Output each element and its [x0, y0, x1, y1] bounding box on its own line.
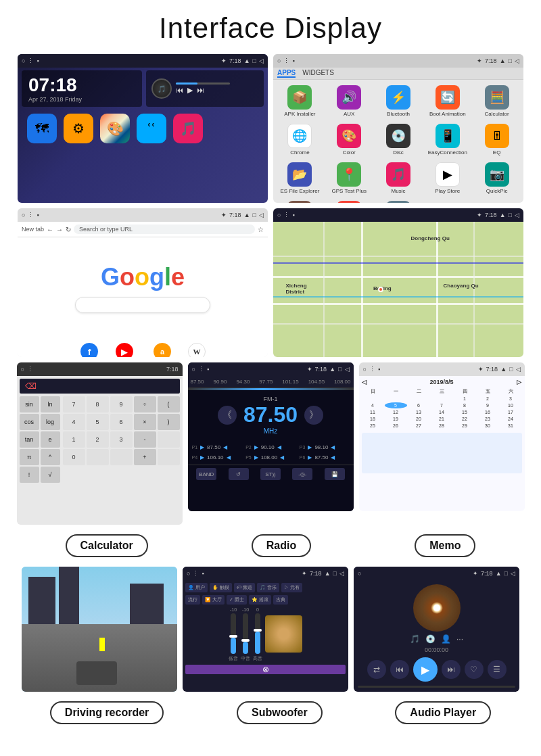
- cal-day-26[interactable]: 26: [385, 423, 407, 429]
- radio-preset-p4[interactable]: P4 ▶ 106.10 ◀: [191, 453, 243, 462]
- sub-tab-check[interactable]: ✓ 爵士: [227, 595, 247, 605]
- app-eq[interactable]: 🎚 EQ: [473, 121, 521, 158]
- calc-pow-btn[interactable]: ^: [41, 449, 60, 465]
- app-boot[interactable]: 🔄 Boot Animation: [423, 82, 471, 120]
- calc-exclaim-btn[interactable]: !: [20, 467, 39, 483]
- calc-pi-btn[interactable]: π: [20, 449, 39, 465]
- calc-2-btn[interactable]: 2: [87, 431, 109, 448]
- cal-day-22[interactable]: 22: [454, 416, 476, 422]
- radio-prev-btn[interactable]: 《: [218, 406, 237, 425]
- sub-bass-track[interactable]: [231, 613, 236, 654]
- app-easyconn[interactable]: 📱 EasyConnection: [423, 121, 471, 158]
- cal-day-2[interactable]: 2: [477, 396, 499, 402]
- home-app-maps[interactable]: 🗺: [27, 114, 57, 143]
- home-app-bt[interactable]: ʿʿ: [137, 114, 166, 143]
- cal-day-20[interactable]: 20: [408, 416, 430, 422]
- cal-day-24[interactable]: 24: [500, 416, 522, 422]
- calc-3-btn[interactable]: 3: [110, 431, 133, 448]
- audio-heart-btn[interactable]: ♡: [465, 660, 484, 679]
- music-next-icon[interactable]: ⏭: [197, 86, 204, 95]
- radio-preset-p3[interactable]: P3 ▶ 98.10 ◀: [298, 443, 351, 452]
- shortcut-youtube[interactable]: ▶ YouTubeom, Online...: [111, 343, 138, 357]
- sub-mid-track[interactable]: [243, 613, 248, 654]
- app-quickpic[interactable]: 📷 QuickPic: [473, 160, 521, 197]
- calc-sin-btn[interactable]: sin: [20, 396, 39, 412]
- cal-day-29[interactable]: 29: [454, 423, 476, 429]
- app-recorder[interactable]: 🎙 Recorder: [325, 198, 373, 203]
- radio-preset-p1[interactable]: P1 ▶ 87.50 ◀: [191, 443, 243, 452]
- cal-day-5-highlight[interactable]: 5: [385, 402, 407, 408]
- calc-sqrt-btn[interactable]: √: [41, 467, 60, 483]
- app-color[interactable]: 🎨 Color: [325, 121, 373, 158]
- google-search-bar[interactable]: [75, 297, 210, 313]
- browser-bookmark-icon[interactable]: ☆: [258, 226, 264, 233]
- sub-tab-more[interactable]: ▷ 元有: [281, 583, 302, 592]
- sub-tab-classic[interactable]: 古典: [273, 595, 288, 605]
- music-play-icon[interactable]: ▶: [187, 86, 193, 95]
- cal-day-1[interactable]: 1: [454, 396, 476, 402]
- cal-day-12[interactable]: 12: [385, 409, 407, 415]
- cal-next-btn[interactable]: ▷: [517, 379, 521, 385]
- app-playstore[interactable]: ▶ Play Store: [423, 160, 471, 197]
- radio-band-btn[interactable]: BAND: [196, 468, 216, 480]
- audio-next-btn[interactable]: ⏭: [442, 660, 461, 679]
- calc-add-btn[interactable]: +: [134, 449, 156, 465]
- app-esfile[interactable]: 📂 ES File Explorer: [276, 160, 324, 197]
- cal-day-17[interactable]: 17: [500, 409, 522, 415]
- app-chrome[interactable]: 🌐 Chrome: [276, 121, 324, 158]
- calc-0-btn[interactable]: 0: [63, 449, 85, 465]
- app-aux[interactable]: 🔊 AUX: [325, 82, 373, 120]
- radio-stereo-btn[interactable]: ST)): [260, 468, 281, 480]
- calc-1-btn[interactable]: 1: [63, 431, 85, 448]
- cal-day-14[interactable]: 14: [431, 409, 453, 415]
- cal-day-25[interactable]: 25: [362, 423, 384, 429]
- music-prev-icon[interactable]: ⏮: [176, 86, 183, 95]
- cal-day-30[interactable]: 30: [477, 423, 499, 429]
- calc-tan-btn[interactable]: tan: [20, 431, 39, 448]
- radio-save-btn[interactable]: 💾: [325, 468, 345, 480]
- cal-day-18[interactable]: 18: [362, 416, 384, 422]
- home-app-color[interactable]: 🎨: [100, 114, 130, 143]
- sub-treble-track[interactable]: [255, 613, 260, 654]
- radio-preset-p5[interactable]: P5 ▶ 108.00 ◀: [244, 453, 297, 462]
- app-radio[interactable]: 📻 Radio: [276, 198, 324, 203]
- sub-link-icon[interactable]: ⊗: [262, 665, 269, 674]
- sub-treble-handle[interactable]: [254, 629, 262, 632]
- calc-rparen-btn[interactable]: ): [158, 414, 180, 430]
- calc-cos-btn[interactable]: cos: [20, 414, 39, 430]
- app-apk[interactable]: 📦 APK Installer: [276, 82, 324, 120]
- calc-sub-btn[interactable]: -: [134, 431, 156, 448]
- app-calculator[interactable]: 🧮 Calculator: [473, 82, 521, 120]
- app-bluetooth[interactable]: ⚡ Bluetooth: [375, 82, 423, 120]
- sub-tab-eq[interactable]: 🏷 频道: [234, 583, 255, 592]
- shortcut-wikipedia[interactable]: W Wikipediathe free...: [187, 343, 207, 357]
- shortcut-amazon[interactable]: a Amazon.com, Online...: [149, 343, 176, 357]
- audio-shuffle-btn[interactable]: ⇄: [367, 660, 386, 679]
- home-app-settings[interactable]: ⚙: [64, 114, 93, 143]
- cal-day-15[interactable]: 15: [454, 409, 476, 415]
- audio-prev-btn[interactable]: ⏮: [390, 660, 409, 679]
- calc-7-btn[interactable]: 7: [63, 396, 85, 412]
- sub-tab-music[interactable]: 🎵 音乐: [257, 583, 279, 592]
- sub-bass-handle[interactable]: [229, 635, 237, 638]
- calc-4-btn[interactable]: 4: [63, 414, 85, 430]
- widgets-tab[interactable]: WIDGETS: [302, 69, 334, 78]
- cal-day-21[interactable]: 21: [431, 416, 453, 422]
- cal-day-10[interactable]: 10: [500, 402, 522, 408]
- calc-backspace-icon[interactable]: ⌫: [25, 381, 37, 391]
- cal-day-4[interactable]: 4: [362, 402, 384, 408]
- calc-ln-btn[interactable]: ln: [41, 396, 60, 412]
- radio-scan-btn[interactable]: ↺: [229, 468, 249, 480]
- cal-day-6[interactable]: 6: [408, 402, 430, 408]
- calc-mul-btn[interactable]: ×: [134, 414, 156, 430]
- sub-tab-touch[interactable]: ✋ 触摸: [210, 583, 232, 592]
- sub-tab-user[interactable]: 👤 用户: [185, 583, 208, 592]
- sub-tab-star[interactable]: ⭐ 摇滚: [249, 595, 271, 605]
- browser-nav-fwd[interactable]: →: [56, 226, 63, 233]
- calc-6-btn[interactable]: 6: [110, 414, 133, 430]
- cal-day-16[interactable]: 16: [477, 409, 499, 415]
- cal-day-3[interactable]: 3: [500, 396, 522, 402]
- app-gps[interactable]: 📍 GPS Test Plus: [325, 160, 373, 197]
- radio-next-btn[interactable]: 》: [304, 406, 323, 425]
- shortcut-facebook[interactable]: f FacebookLog in or...: [78, 343, 101, 357]
